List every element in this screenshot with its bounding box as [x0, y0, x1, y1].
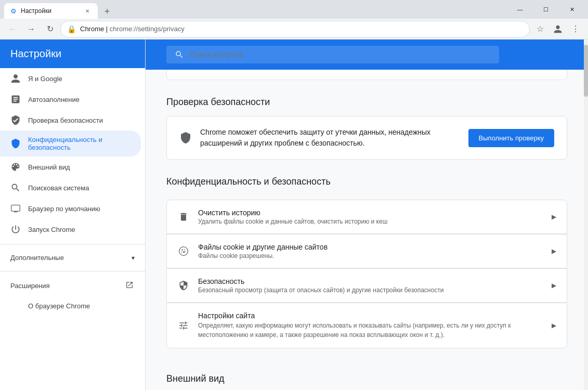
privacy-item-site-settings[interactable]: Настройки сайта Определяет, какую информ…	[166, 303, 567, 348]
privacy-icon	[10, 138, 21, 149]
privacy-section: Очистить историю Удалить файлы cookie и …	[166, 200, 567, 348]
external-link-icon	[125, 281, 135, 290]
sidebar-extensions[interactable]: Расширения	[0, 276, 145, 295]
site-settings-desc: Определяет, какую информацию могут испол…	[198, 321, 543, 340]
site-settings-text: Настройки сайта Определяет, какую информ…	[198, 311, 543, 340]
sidebar-title: Настройки	[10, 48, 61, 59]
url-path: chrome://settings/privacy	[110, 25, 185, 33]
content-area: Проверка безопасности Chrome поможет обе…	[146, 70, 588, 390]
back-button[interactable]: ←	[4, 21, 21, 37]
page-content: Настройки Я и Google Автозаполнение П	[0, 40, 588, 390]
sidebar-item-default-browser[interactable]: Браузер по умолчанию	[0, 198, 145, 219]
sidebar-item-appearance-label: Внешний вид	[28, 163, 70, 171]
svg-rect-0	[11, 205, 20, 211]
cookies-arrow-icon: ▶	[552, 248, 556, 255]
maximize-button[interactable]: ☐	[534, 2, 558, 17]
about-chrome-icon	[10, 301, 21, 311]
safety-check-card: Chrome поможет обеспечить защиту от утеч…	[166, 116, 567, 160]
reload-button[interactable]: ↻	[42, 21, 58, 37]
sidebar-item-startup-label: Запуск Chrome	[28, 226, 75, 233]
sidebar-item-startup[interactable]: Запуск Chrome	[0, 219, 145, 240]
safety-check-section-title: Проверка безопасности	[166, 84, 567, 116]
site-settings-title: Настройки сайта	[198, 311, 543, 320]
forward-button[interactable]: →	[23, 21, 40, 37]
menu-button[interactable]: ⋮	[567, 21, 584, 37]
privacy-item-security[interactable]: Безопасность Безопасный просмотр (защита…	[166, 268, 567, 303]
address-bar[interactable]: 🔒 Chrome | chrome://settings/privacy	[60, 21, 530, 37]
sidebar-item-privacy[interactable]: Конфиденциальность и безопасность	[0, 131, 141, 157]
sidebar-item-default-browser-label: Браузер по умолчанию	[28, 205, 100, 213]
safety-card-text: Chrome поможет обеспечить защиту от утеч…	[200, 127, 460, 149]
search-bar-area	[146, 40, 588, 70]
sidebar-item-autofill[interactable]: Автозаполнение	[0, 89, 145, 110]
sidebar-header: Настройки	[0, 40, 145, 68]
new-tab-button[interactable]: +	[100, 4, 114, 19]
clear-history-arrow-icon: ▶	[552, 213, 556, 220]
security-title: Безопасность	[198, 277, 543, 285]
trash-icon	[177, 211, 190, 223]
bookmark-button[interactable]: ☆	[532, 21, 548, 37]
url-domain: Chrome	[80, 25, 104, 33]
sidebar-about-label: О браузере Chrome	[28, 302, 90, 310]
safety-card-description: Chrome поможет обеспечить защиту от утеч…	[200, 128, 430, 147]
security-text: Безопасность Безопасный просмотр (защита…	[198, 277, 543, 294]
url-display: Chrome | chrome://settings/privacy	[80, 25, 523, 33]
search-icon	[175, 50, 184, 59]
cookies-title: Файлы cookie и другие данные сайтов	[198, 243, 543, 251]
scrollbar-track[interactable]	[584, 40, 588, 390]
cookies-text: Файлы cookie и другие данные сайтов Файл…	[198, 243, 543, 259]
active-tab[interactable]: ⚙ Настройки ✕	[4, 3, 98, 19]
tab-close-button[interactable]: ✕	[83, 7, 92, 15]
cookies-desc: Файлы cookie разрешены.	[198, 252, 543, 259]
security-arrow-icon: ▶	[552, 282, 556, 289]
sidebar-item-search[interactable]: Поисковая система	[0, 177, 145, 198]
svg-point-6	[185, 251, 186, 252]
autofill-icon	[10, 94, 21, 105]
default-browser-icon	[10, 203, 21, 214]
close-button[interactable]: ✕	[560, 2, 584, 17]
sidebar-extensions-label: Расширения	[10, 282, 50, 290]
nav-end-buttons: ☆ ⋮	[532, 21, 584, 37]
clear-history-title: Очистить историю	[198, 209, 543, 217]
site-settings-icon	[177, 319, 190, 332]
sidebar-item-google[interactable]: Я и Google	[0, 68, 145, 89]
sidebar-divider	[0, 244, 145, 244]
chevron-down-icon: ▾	[132, 254, 135, 262]
svg-point-2	[181, 249, 183, 251]
sidebar-item-appearance[interactable]: Внешний вид	[0, 157, 145, 177]
startup-icon	[10, 224, 21, 235]
browser-frame: ⚙ Настройки ✕ + — ☐ ✕ ← → ↻ 🔒 Chrome | c…	[0, 0, 588, 390]
url-separator: |	[104, 25, 110, 33]
profile-button[interactable]	[550, 21, 566, 37]
scrollbar-thumb[interactable]	[584, 45, 588, 97]
safety-card-shield-icon	[179, 132, 192, 144]
sidebar-advanced[interactable]: Дополнительные ▾	[0, 249, 145, 267]
sidebar-advanced-label: Дополнительные	[10, 254, 64, 262]
settings-search-input[interactable]	[190, 50, 491, 59]
appearance-icon	[10, 162, 21, 172]
run-safety-check-button[interactable]: Выполнить проверку	[468, 129, 554, 147]
clear-history-text: Очистить историю Удалить файлы cookie и …	[198, 209, 543, 225]
svg-point-3	[184, 249, 185, 250]
tab-settings-icon: ⚙	[10, 7, 17, 15]
sidebar-item-google-label: Я и Google	[28, 75, 62, 83]
person-icon	[10, 73, 21, 84]
sidebar-about[interactable]: О браузере Chrome	[0, 295, 145, 316]
privacy-item-clear-history[interactable]: Очистить историю Удалить файлы cookie и …	[166, 200, 567, 234]
main-content: Проверка безопасности Chrome поможет обе…	[146, 40, 588, 390]
appearance-section-title: Внешний вид	[166, 361, 567, 390]
privacy-item-cookies[interactable]: Файлы cookie и другие данные сайтов Файл…	[166, 234, 567, 268]
minimize-button[interactable]: —	[508, 2, 532, 17]
sidebar-item-safety-label: Проверка безопасности	[28, 116, 103, 124]
cookie-icon	[177, 245, 190, 257]
sidebar: Настройки Я и Google Автозаполнение П	[0, 40, 146, 390]
tab-title: Настройки	[21, 7, 79, 15]
settings-search-container[interactable]	[166, 46, 499, 63]
sidebar-item-privacy-label: Конфиденциальность и безопасность	[28, 136, 130, 151]
title-bar: ⚙ Настройки ✕ + — ☐ ✕	[0, 0, 588, 19]
window-controls: — ☐ ✕	[508, 2, 584, 17]
privacy-section-title: Конфиденциальность и безопасность	[166, 164, 567, 196]
sidebar-item-search-label: Поисковая система	[28, 184, 89, 192]
sidebar-item-safety[interactable]: Проверка безопасности	[0, 110, 145, 131]
search-engine-icon	[10, 183, 21, 193]
